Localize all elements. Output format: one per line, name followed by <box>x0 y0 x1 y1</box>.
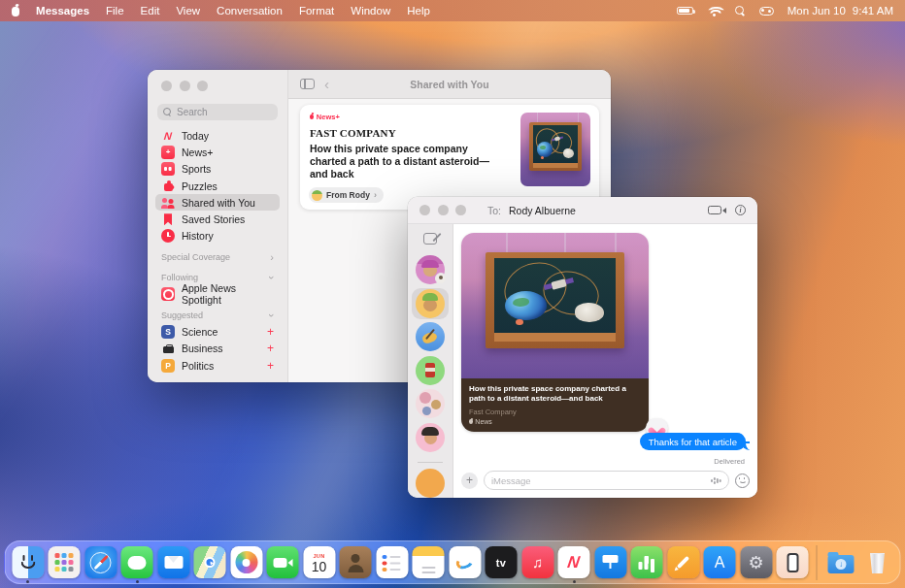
add-science-button[interactable]: + <box>267 325 274 339</box>
dock-item-launchpad[interactable] <box>47 541 82 584</box>
compose-icon[interactable] <box>423 233 437 245</box>
conversation-avatar-6[interactable] <box>412 422 449 453</box>
close-button[interactable] <box>419 205 430 215</box>
menu-app-name[interactable]: Messages <box>36 5 89 16</box>
conversation-avatar-4[interactable] <box>412 355 449 386</box>
dock-item-appstore[interactable]: A <box>702 541 737 584</box>
sidebar-item-politics[interactable]: P Politics + <box>155 357 280 374</box>
sidebar-item-apple-news-spotlight[interactable]: Apple News Spotlight <box>155 286 280 303</box>
wifi-icon[interactable] <box>707 6 721 16</box>
apple-menu-icon[interactable] <box>12 4 19 18</box>
spotlight-channel-icon <box>161 287 175 301</box>
dock-item-reminders[interactable] <box>375 541 410 584</box>
menu-edit[interactable]: Edit <box>141 5 160 16</box>
dock-item-finder[interactable] <box>11 541 46 584</box>
sidebar-item-sports[interactable]: Sports <box>155 161 280 178</box>
dock-item-numbers[interactable] <box>629 541 664 584</box>
dock-item-pages[interactable] <box>666 541 701 584</box>
dock-item-news[interactable]: N <box>556 541 591 584</box>
menu-window[interactable]: Window <box>351 5 390 16</box>
shared-link-message[interactable]: How this private space company charted a… <box>461 233 649 432</box>
facetime-icon <box>267 546 299 578</box>
apple-logo-icon <box>469 419 473 424</box>
search-icon <box>163 108 172 116</box>
dock: JUN 10 tv ♫ N A ⚙ <box>5 540 901 584</box>
section-suggested[interactable]: Suggested › <box>155 307 280 323</box>
launchpad-icon <box>49 546 81 578</box>
apple-logo-icon <box>310 114 314 119</box>
dock-item-messages[interactable] <box>119 541 154 584</box>
close-button[interactable] <box>161 81 172 91</box>
battery-icon[interactable] <box>677 7 693 15</box>
outgoing-message-bubble[interactable]: Thanks for that article <box>640 433 746 450</box>
news-search-field[interactable]: Search <box>157 104 278 120</box>
add-politics-button[interactable]: + <box>267 359 274 373</box>
zoom-button[interactable] <box>455 205 466 215</box>
sidebar-item-saved-stories[interactable]: Saved Stories <box>155 211 280 227</box>
sidebar-item-business[interactable]: Business + <box>155 341 280 357</box>
zoom-button[interactable] <box>197 81 208 91</box>
dock-item-facetime[interactable] <box>265 541 300 584</box>
dock-item-settings[interactable]: ⚙ <box>739 541 774 584</box>
shared-article-card[interactable]: News+ FAST COMPANY How this private spac… <box>300 105 599 210</box>
menu-bar-clock[interactable]: Mon Jun 10 9:41 AM <box>788 5 893 16</box>
numbers-icon <box>631 546 663 578</box>
toggle-sidebar-icon[interactable] <box>300 79 315 89</box>
keynote-icon <box>594 546 626 578</box>
dock-item-calendar[interactable]: JUN 10 <box>302 541 337 584</box>
sidebar-item-newsplus[interactable]: + News+ <box>155 144 280 160</box>
dock-item-music[interactable]: ♫ <box>520 541 555 584</box>
message-input[interactable] <box>491 475 706 486</box>
sidebar-item-puzzles[interactable]: Puzzles <box>155 178 280 194</box>
shared-from-pill[interactable]: From Rody › <box>309 187 384 203</box>
menu-conversation[interactable]: Conversation <box>217 5 283 16</box>
menu-help[interactable]: Help <box>407 5 430 16</box>
menu-file[interactable]: File <box>106 5 124 16</box>
conversation-avatar-3[interactable] <box>412 321 449 352</box>
control-center-icon[interactable] <box>759 7 774 16</box>
pages-icon <box>667 546 699 578</box>
dock-item-tv[interactable]: tv <box>484 541 519 584</box>
dock-item-safari[interactable] <box>84 541 118 584</box>
calendar-icon: JUN 10 <box>303 546 335 578</box>
dock-item-keynote[interactable] <box>593 541 628 584</box>
facetime-video-icon[interactable] <box>708 206 721 214</box>
add-business-button[interactable]: + <box>267 342 274 355</box>
conversation-avatar-1[interactable] <box>412 254 449 285</box>
add-attachment-button[interactable]: + <box>461 473 478 489</box>
message-input-field[interactable] <box>484 471 729 490</box>
dock-item-iphone-mirroring[interactable] <box>775 541 810 584</box>
dock-item-trash[interactable] <box>860 541 895 584</box>
chevron-right-icon: › <box>270 251 274 263</box>
sidebar-item-shared-with-you[interactable]: Shared with You <box>155 194 280 211</box>
dock-item-downloads[interactable] <box>823 541 858 584</box>
sidebar-item-today[interactable]: N Today <box>155 127 280 144</box>
news-toolbar: ‹ Shared with You <box>288 70 611 99</box>
dock-item-mail[interactable] <box>156 541 191 584</box>
politics-icon: P <box>161 359 175 373</box>
conversation-avatar-rody-selected[interactable] <box>412 288 449 319</box>
messages-window: To: Rody Albuerne i <box>408 197 757 498</box>
dock-item-photos[interactable] <box>229 541 264 584</box>
dock-item-contacts[interactable] <box>338 541 373 584</box>
menu-view[interactable]: View <box>176 5 200 16</box>
minimize-button[interactable] <box>180 81 190 91</box>
conversation-avatar-group[interactable] <box>412 388 449 419</box>
minimize-button[interactable] <box>438 205 449 215</box>
section-special-coverage[interactable]: Special Coverage › <box>155 248 280 265</box>
dock-item-notes[interactable] <box>411 541 446 584</box>
dock-item-freeform[interactable] <box>448 541 483 584</box>
back-chevron-icon[interactable]: ‹ <box>324 77 329 91</box>
downloads-folder-icon <box>825 546 857 578</box>
dock-item-maps[interactable] <box>192 541 227 584</box>
news-sidebar: Search N Today + News+ Sports Puzzles Sh… <box>148 70 288 382</box>
info-icon[interactable]: i <box>735 205 746 215</box>
spotlight-search-icon[interactable] <box>735 6 746 16</box>
emoji-picker-icon[interactable] <box>735 474 750 488</box>
sidebar-item-science[interactable]: S Science + <box>155 323 280 340</box>
sidebar-item-history[interactable]: History <box>155 228 280 245</box>
menu-format[interactable]: Format <box>299 5 334 16</box>
conversation-avatar-7[interactable] <box>416 469 445 498</box>
link-source: Fast Company <box>469 408 641 416</box>
audio-message-icon[interactable] <box>711 475 721 485</box>
